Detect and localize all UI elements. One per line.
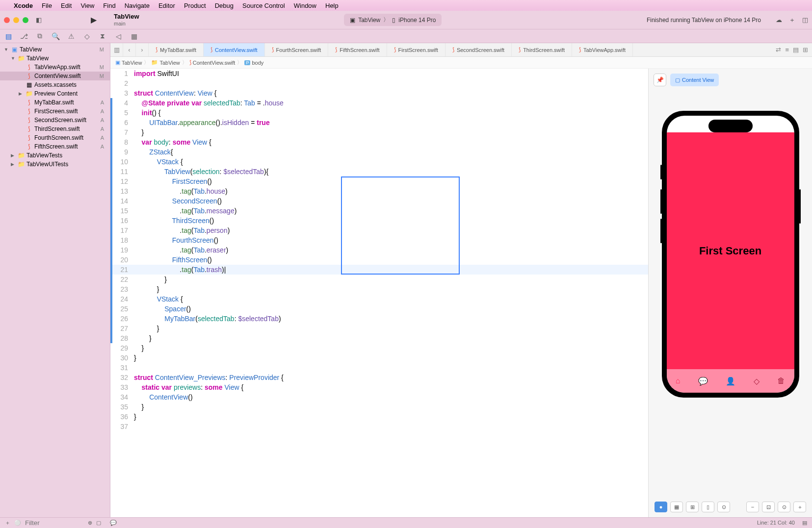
forward-button[interactable]: › xyxy=(136,43,149,56)
line-content[interactable]: FirstScreen() xyxy=(134,176,648,186)
line-content[interactable]: .tag(Tab.trash)| xyxy=(134,265,648,275)
preview-settings-button[interactable]: ⊙ xyxy=(717,502,730,512)
line-content[interactable]: FifthScreen() xyxy=(134,255,648,265)
line-number[interactable]: 10 xyxy=(110,157,134,167)
menu-product[interactable]: Product xyxy=(184,2,206,9)
tree-row[interactable]: ⟆MyTabBar.swiftA xyxy=(0,98,110,107)
tree-row[interactable]: ⟆FifthScreen.swiftA xyxy=(0,142,110,151)
line-content[interactable]: var body: some View { xyxy=(134,137,648,147)
tree-row[interactable]: ⟆ThirdScreen.swiftA xyxy=(0,125,110,133)
menubar[interactable]: Xcode File Edit View Find Navigate Edito… xyxy=(0,0,812,11)
line-content[interactable]: .tag(Tab.eraser) xyxy=(134,245,648,255)
zoom-fit-button[interactable]: ⊡ xyxy=(762,502,775,512)
jumpbar-project[interactable]: ▣ TabView xyxy=(115,59,142,66)
line-content[interactable] xyxy=(134,363,648,373)
add-tab-button[interactable]: ＋ xyxy=(789,16,795,25)
zoom-actual-button[interactable]: ⊙ xyxy=(778,502,790,512)
trash-icon[interactable]: 🗑 xyxy=(777,377,785,385)
editor-tab[interactable]: ⟆TabViewApp.swift xyxy=(572,43,633,56)
line-number[interactable]: 34 xyxy=(110,392,134,402)
minimize-window-button[interactable] xyxy=(13,17,19,23)
code-line[interactable]: 37 xyxy=(110,422,648,431)
line-number[interactable]: 25 xyxy=(110,304,134,314)
code-line[interactable]: 26 MyTabBar(selectedTab: $selectedTab) xyxy=(110,314,648,324)
menu-edit[interactable]: Edit xyxy=(61,2,72,9)
preview-content[interactable]: First Screen xyxy=(667,132,794,369)
project-navigator-tab[interactable]: ▤ xyxy=(4,32,13,40)
line-content[interactable]: ContentView() xyxy=(134,392,648,402)
line-number[interactable]: 12 xyxy=(110,176,134,186)
line-number[interactable]: 24 xyxy=(110,294,134,304)
line-content[interactable]: @State private var selectedTab: Tab = .h… xyxy=(134,98,648,108)
code-line[interactable]: 28 } xyxy=(110,333,648,343)
jump-bar[interactable]: ▣ TabView 〉 📁 TabView 〉 ⟆ ContentView.sw… xyxy=(110,57,812,69)
line-content[interactable]: static var previews: some View { xyxy=(134,382,648,392)
house-icon[interactable]: ⌂ xyxy=(676,377,681,385)
code-line[interactable]: 17 .tag(Tab.person) xyxy=(110,226,648,235)
code-line[interactable]: 11 TabView(selection: $selectedTab){ xyxy=(110,167,648,176)
line-content[interactable] xyxy=(134,422,648,431)
line-number[interactable]: 19 xyxy=(110,245,134,255)
line-number[interactable]: 36 xyxy=(110,412,134,422)
code-line[interactable]: 1import SwiftUI xyxy=(110,69,648,78)
editor-tab[interactable]: ⟆SecondScreen.swift xyxy=(445,43,512,56)
line-number[interactable]: 3 xyxy=(110,88,134,98)
line-content[interactable]: ZStack{ xyxy=(134,147,648,157)
line-content[interactable]: SecondScreen() xyxy=(134,196,648,206)
jumpbar-folder[interactable]: 📁 TabView xyxy=(151,59,180,66)
line-number[interactable]: 37 xyxy=(110,422,134,431)
line-number[interactable]: 5 xyxy=(110,108,134,118)
line-number[interactable]: 26 xyxy=(110,314,134,324)
line-content[interactable]: UITabBar.appearance().isHidden = true xyxy=(134,118,648,127)
line-number[interactable]: 20 xyxy=(110,255,134,265)
add-file-button[interactable]: ＋ xyxy=(5,519,10,527)
line-number[interactable]: 31 xyxy=(110,363,134,373)
disclosure-triangle[interactable]: ▶ xyxy=(11,162,16,167)
code-line[interactable]: 22 } xyxy=(110,275,648,284)
line-content[interactable]: } xyxy=(134,333,648,343)
line-number[interactable]: 27 xyxy=(110,324,134,333)
menu-navigate[interactable]: Navigate xyxy=(125,2,150,9)
tree-row[interactable]: ⟆SecondScreen.swiftA xyxy=(0,116,110,125)
live-preview-button[interactable]: ● xyxy=(655,502,667,512)
tree-row[interactable]: ▶📁Preview Content xyxy=(0,89,110,98)
code-line[interactable]: 6 UITabBar.appearance().isHidden = true xyxy=(110,118,648,127)
code-line[interactable]: 13 .tag(Tab.house) xyxy=(110,186,648,196)
menu-debug[interactable]: Debug xyxy=(215,2,234,9)
library-button[interactable]: ◫ xyxy=(802,16,808,24)
code-line[interactable]: 7 } xyxy=(110,127,648,137)
device-settings-button[interactable]: ▯ xyxy=(702,502,714,512)
line-number[interactable]: 6 xyxy=(110,118,134,127)
message-icon[interactable]: 💬 xyxy=(698,377,708,386)
code-line[interactable]: 29 } xyxy=(110,343,648,353)
report-navigator-tab[interactable]: ▦ xyxy=(130,32,138,40)
line-number[interactable]: 2 xyxy=(110,78,134,88)
editor-options-button[interactable]: ≡ xyxy=(785,46,789,53)
code-line[interactable]: 35 } xyxy=(110,402,648,412)
code-line[interactable]: 12 FirstScreen() xyxy=(110,176,648,186)
line-number[interactable]: 13 xyxy=(110,186,134,196)
line-number[interactable]: 29 xyxy=(110,343,134,353)
symbol-navigator-tab[interactable]: ⧉ xyxy=(35,32,44,40)
code-line[interactable]: 27 } xyxy=(110,324,648,333)
menu-file[interactable]: File xyxy=(42,2,52,9)
line-content[interactable]: } xyxy=(134,284,648,294)
line-content[interactable]: } xyxy=(134,127,648,137)
code-line[interactable]: 34 ContentView() xyxy=(110,392,648,402)
tree-row[interactable]: ▦Assets.xcassets xyxy=(0,80,110,89)
code-line[interactable]: 32struct ContentView_Previews: PreviewPr… xyxy=(110,373,648,382)
disclosure-triangle[interactable]: ▶ xyxy=(19,91,24,96)
preview-selector[interactable]: ▢ Content View xyxy=(670,74,719,86)
line-number[interactable]: 33 xyxy=(110,382,134,392)
jumpbar-symbol[interactable]: P body xyxy=(244,60,263,66)
source-control-navigator-tab[interactable]: ⎇ xyxy=(20,32,28,40)
line-number[interactable]: 4 xyxy=(110,98,134,108)
minimap-toggle[interactable]: ▤ xyxy=(802,520,807,526)
line-content[interactable]: Spacer() xyxy=(134,304,648,314)
tree-row[interactable]: ▼▣TabViewM xyxy=(0,45,110,54)
tab-overflow-button[interactable]: ⇄ xyxy=(776,46,781,53)
menu-help[interactable]: Help xyxy=(325,2,339,9)
line-number[interactable]: 18 xyxy=(110,235,134,245)
person-icon[interactable]: 👤 xyxy=(726,377,735,386)
close-window-button[interactable] xyxy=(4,17,10,23)
